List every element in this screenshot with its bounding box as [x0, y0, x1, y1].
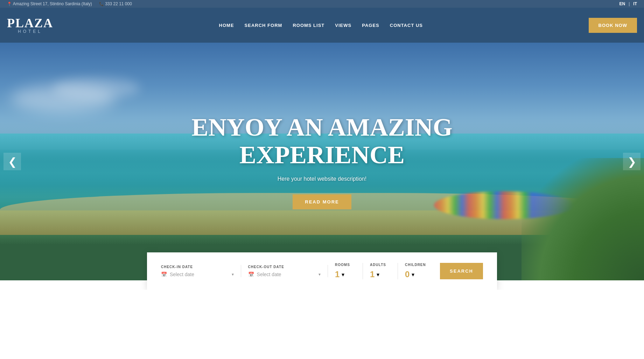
search-button[interactable]: SEARCH — [440, 263, 483, 279]
nav-search-form[interactable]: SEARCH FORM — [245, 23, 282, 28]
children-value-row[interactable]: 0 ▾ — [405, 270, 426, 279]
calendar-icon-checkin: 📅 — [161, 272, 167, 277]
checkin-input[interactable]: 📅 Select date ▾ — [161, 272, 234, 277]
adults-field[interactable]: ADULTS 1 ▾ — [363, 263, 398, 279]
chevron-down-icon-checkin: ▾ — [232, 272, 234, 277]
chevron-left-icon: ❮ — [8, 156, 17, 168]
address-item: Amazing Street 17, Stintino Sardinia (It… — [7, 1, 92, 6]
rooms-value: 1 — [335, 270, 340, 279]
top-bar-left: Amazing Street 17, Stintino Sardinia (It… — [7, 1, 132, 6]
calendar-icon-checkout: 📅 — [248, 272, 254, 277]
children-field[interactable]: CHILDREN 0 ▾ — [398, 263, 433, 279]
main-nav: HOME SEARCH FORM ROOMS LIST VIEWS PAGES … — [219, 23, 423, 28]
top-bar: Amazing Street 17, Stintino Sardinia (It… — [0, 0, 644, 8]
lang-divider: | — [629, 1, 630, 6]
chevron-down-icon-children: ▾ — [412, 271, 414, 278]
phone-text: 333 22 11 000 — [105, 1, 132, 6]
lang-en[interactable]: EN — [620, 1, 625, 6]
logo-hotel: HOTEL — [7, 29, 53, 34]
hero-cloud-2 — [52, 78, 140, 99]
hero-title-line1: ENYOY AN AMAZING — [191, 113, 452, 141]
children-value: 0 — [405, 270, 410, 279]
rooms-value-row[interactable]: 1 ▾ — [335, 270, 356, 279]
booking-bar: CHECK-IN DATE 📅 Select date ▾ CHECK-OUT … — [147, 252, 497, 290]
logo-plaza: PLAZA — [7, 17, 53, 29]
phone-item: 333 22 11 000 — [99, 1, 132, 6]
lang-it[interactable]: IT — [633, 1, 637, 6]
book-now-button[interactable]: BOOK NOW — [589, 18, 637, 33]
location-icon — [7, 1, 12, 6]
checkout-label: CHECK-OUT DATE — [248, 265, 321, 269]
nav-pages[interactable]: PAGES — [362, 23, 379, 28]
nav-rooms-list[interactable]: ROOMS LIST — [293, 23, 324, 28]
checkout-placeholder: Select date — [257, 272, 316, 277]
hero-title-line2: EXPERIENCE — [239, 141, 405, 169]
hero-title: ENYOY AN AMAZING EXPERIENCE — [191, 114, 452, 169]
top-bar-right: EN | IT — [620, 1, 637, 6]
children-label: CHILDREN — [405, 263, 426, 267]
read-more-button[interactable]: READ MORE — [293, 194, 351, 209]
chevron-down-icon-rooms: ▾ — [342, 271, 344, 278]
rooms-label: ROOMS — [335, 263, 356, 267]
checkin-field[interactable]: CHECK-IN DATE 📅 Select date ▾ — [161, 265, 241, 277]
checkin-label: CHECK-IN DATE — [161, 265, 234, 269]
logo[interactable]: PLAZA HOTEL — [7, 17, 53, 34]
checkin-placeholder: Select date — [170, 272, 229, 277]
booking-bar-wrapper: CHECK-IN DATE 📅 Select date ▾ CHECK-OUT … — [0, 252, 644, 290]
adults-label: ADULTS — [370, 263, 391, 267]
rooms-field[interactable]: ROOMS 1 ▾ — [328, 263, 363, 279]
nav-views[interactable]: VIEWS — [335, 23, 351, 28]
nav-contact-us[interactable]: CONTACT US — [390, 23, 423, 28]
phone-icon — [99, 1, 104, 6]
nav-home[interactable]: HOME — [219, 23, 234, 28]
slider-prev-button[interactable]: ❮ — [4, 153, 21, 170]
hero-subtitle: Here your hotel website description! — [191, 176, 452, 182]
adults-value: 1 — [370, 270, 374, 279]
address-text: Amazing Street 17, Stintino Sardinia (It… — [13, 1, 92, 6]
checkout-field[interactable]: CHECK-OUT DATE 📅 Select date ▾ — [241, 265, 328, 277]
chevron-right-icon: ❯ — [628, 156, 636, 168]
slider-next-button[interactable]: ❯ — [623, 153, 640, 170]
header: PLAZA HOTEL HOME SEARCH FORM ROOMS LIST … — [0, 8, 644, 43]
checkout-input[interactable]: 📅 Select date ▾ — [248, 272, 321, 277]
chevron-down-icon-adults: ▾ — [377, 271, 379, 278]
hero-content: ENYOY AN AMAZING EXPERIENCE Here your ho… — [184, 114, 459, 209]
adults-value-row[interactable]: 1 ▾ — [370, 270, 391, 279]
chevron-down-icon-checkout: ▾ — [318, 272, 321, 277]
hero-section: ❮ ENYOY AN AMAZING EXPERIENCE Here your … — [0, 43, 644, 280]
